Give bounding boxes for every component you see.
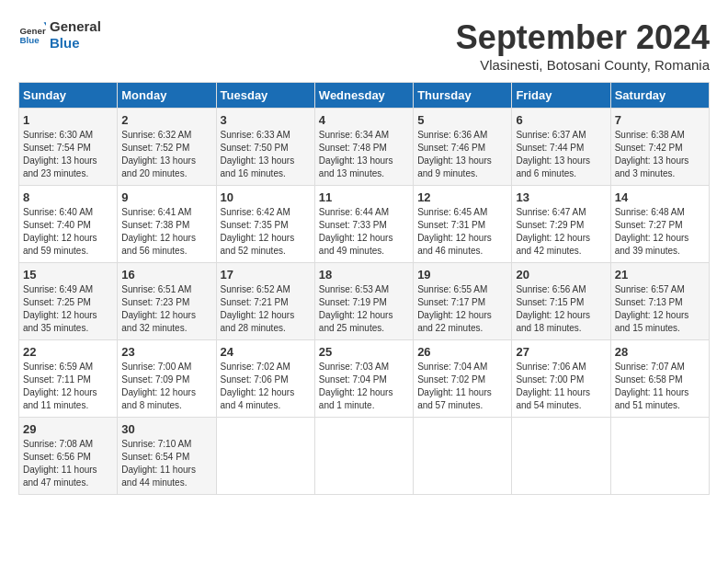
calendar-cell: 14Sunrise: 6:48 AMSunset: 7:27 PMDayligh… — [610, 186, 709, 263]
day-detail: Sunrise: 6:36 AMSunset: 7:46 PMDaylight:… — [417, 129, 507, 180]
calendar-week-4: 22Sunrise: 6:59 AMSunset: 7:11 PMDayligh… — [19, 340, 710, 418]
day-detail: Sunrise: 7:00 AMSunset: 7:09 PMDaylight:… — [121, 361, 211, 412]
day-number: 11 — [319, 190, 409, 204]
calendar-cell: 8Sunrise: 6:40 AMSunset: 7:40 PMDaylight… — [19, 186, 118, 263]
day-detail: Sunrise: 6:45 AMSunset: 7:31 PMDaylight:… — [417, 206, 507, 258]
day-detail: Sunrise: 6:56 AMSunset: 7:15 PMDaylight:… — [516, 283, 606, 335]
calendar-cell: 21Sunrise: 6:57 AMSunset: 7:13 PMDayligh… — [610, 263, 709, 340]
calendar-week-5: 29Sunrise: 7:08 AMSunset: 6:56 PMDayligh… — [19, 418, 710, 495]
logo-line1: General — [50, 18, 101, 35]
calendar-cell: 6Sunrise: 6:37 AMSunset: 7:44 PMDaylight… — [512, 109, 610, 186]
calendar-cell: 12Sunrise: 6:45 AMSunset: 7:31 PMDayligh… — [414, 186, 512, 263]
calendar-week-3: 15Sunrise: 6:49 AMSunset: 7:25 PMDayligh… — [19, 263, 710, 340]
calendar-cell: 16Sunrise: 6:51 AMSunset: 7:23 PMDayligh… — [118, 263, 216, 340]
day-number: 26 — [417, 345, 507, 359]
calendar-header-row: Sunday Monday Tuesday Wednesday Thursday… — [19, 83, 710, 109]
calendar-cell: 26Sunrise: 7:04 AMSunset: 7:02 PMDayligh… — [414, 340, 512, 418]
day-number: 20 — [516, 268, 606, 282]
day-number: 21 — [615, 268, 705, 282]
header-sunday: Sunday — [19, 83, 118, 109]
day-number: 13 — [516, 190, 606, 204]
day-detail: Sunrise: 6:53 AMSunset: 7:19 PMDaylight:… — [319, 283, 409, 335]
calendar-cell: 22Sunrise: 6:59 AMSunset: 7:11 PMDayligh… — [19, 340, 118, 418]
day-number: 19 — [417, 268, 507, 282]
calendar-cell — [414, 418, 512, 495]
header-thursday: Thursday — [414, 83, 512, 109]
day-number: 10 — [221, 190, 311, 204]
day-detail: Sunrise: 7:08 AMSunset: 6:56 PMDaylight:… — [23, 438, 113, 489]
calendar-cell: 3Sunrise: 6:33 AMSunset: 7:50 PMDaylight… — [216, 109, 314, 186]
day-number: 5 — [417, 113, 507, 127]
day-number: 9 — [121, 190, 211, 204]
calendar-cell: 18Sunrise: 6:53 AMSunset: 7:19 PMDayligh… — [314, 263, 413, 340]
calendar-cell — [512, 418, 610, 495]
calendar-week-1: 1Sunrise: 6:30 AMSunset: 7:54 PMDaylight… — [19, 109, 710, 186]
calendar-cell: 7Sunrise: 6:38 AMSunset: 7:42 PMDaylight… — [610, 109, 709, 186]
day-number: 28 — [615, 345, 705, 359]
day-number: 16 — [121, 268, 211, 282]
calendar-cell: 4Sunrise: 6:34 AMSunset: 7:48 PMDaylight… — [314, 109, 413, 186]
calendar-cell: 17Sunrise: 6:52 AMSunset: 7:21 PMDayligh… — [216, 263, 314, 340]
title-block: September 2024 Vlasinesti, Botosani Coun… — [456, 18, 710, 73]
calendar-cell: 10Sunrise: 6:42 AMSunset: 7:35 PMDayligh… — [216, 186, 314, 263]
day-detail: Sunrise: 7:03 AMSunset: 7:04 PMDaylight:… — [319, 361, 409, 412]
calendar-cell — [314, 418, 413, 495]
day-number: 30 — [121, 422, 211, 436]
day-detail: Sunrise: 6:51 AMSunset: 7:23 PMDaylight:… — [121, 283, 211, 335]
calendar-cell: 9Sunrise: 6:41 AMSunset: 7:38 PMDaylight… — [118, 186, 216, 263]
day-detail: Sunrise: 7:07 AMSunset: 6:58 PMDaylight:… — [615, 361, 705, 412]
calendar-cell — [610, 418, 709, 495]
header-tuesday: Tuesday — [216, 83, 314, 109]
header-monday: Monday — [118, 83, 216, 109]
day-number: 23 — [121, 345, 211, 359]
calendar-cell: 2Sunrise: 6:32 AMSunset: 7:52 PMDaylight… — [118, 109, 216, 186]
calendar-cell: 1Sunrise: 6:30 AMSunset: 7:54 PMDaylight… — [19, 109, 118, 186]
day-number: 29 — [23, 422, 113, 436]
calendar-table: Sunday Monday Tuesday Wednesday Thursday… — [18, 82, 710, 495]
day-number: 14 — [615, 190, 705, 204]
day-number: 22 — [23, 345, 113, 359]
month-title: September 2024 — [456, 18, 710, 57]
day-number: 4 — [319, 113, 409, 127]
day-detail: Sunrise: 6:52 AMSunset: 7:21 PMDaylight:… — [221, 283, 311, 335]
day-detail: Sunrise: 6:47 AMSunset: 7:29 PMDaylight:… — [516, 206, 606, 258]
day-number: 17 — [221, 268, 311, 282]
day-detail: Sunrise: 6:44 AMSunset: 7:33 PMDaylight:… — [319, 206, 409, 258]
header-wednesday: Wednesday — [314, 83, 413, 109]
day-detail: Sunrise: 6:49 AMSunset: 7:25 PMDaylight:… — [23, 283, 113, 335]
day-number: 2 — [121, 113, 211, 127]
day-detail: Sunrise: 6:57 AMSunset: 7:13 PMDaylight:… — [615, 283, 705, 335]
day-detail: Sunrise: 6:33 AMSunset: 7:50 PMDaylight:… — [221, 129, 311, 180]
day-number: 18 — [319, 268, 409, 282]
day-number: 8 — [23, 190, 113, 204]
day-detail: Sunrise: 6:42 AMSunset: 7:35 PMDaylight:… — [221, 206, 311, 258]
day-number: 27 — [516, 345, 606, 359]
day-number: 25 — [319, 345, 409, 359]
calendar-cell: 27Sunrise: 7:06 AMSunset: 7:00 PMDayligh… — [512, 340, 610, 418]
calendar-cell: 19Sunrise: 6:55 AMSunset: 7:17 PMDayligh… — [414, 263, 512, 340]
header-saturday: Saturday — [610, 83, 709, 109]
calendar-cell: 20Sunrise: 6:56 AMSunset: 7:15 PMDayligh… — [512, 263, 610, 340]
logo-icon: General Blue — [18, 21, 46, 49]
calendar-cell: 25Sunrise: 7:03 AMSunset: 7:04 PMDayligh… — [314, 340, 413, 418]
calendar-cell: 5Sunrise: 6:36 AMSunset: 7:46 PMDaylight… — [414, 109, 512, 186]
page-header: General Blue General Blue September 2024… — [18, 18, 710, 73]
header-friday: Friday — [512, 83, 610, 109]
calendar-week-2: 8Sunrise: 6:40 AMSunset: 7:40 PMDaylight… — [19, 186, 710, 263]
day-detail: Sunrise: 6:40 AMSunset: 7:40 PMDaylight:… — [23, 206, 113, 258]
day-detail: Sunrise: 6:34 AMSunset: 7:48 PMDaylight:… — [319, 129, 409, 180]
calendar-cell: 24Sunrise: 7:02 AMSunset: 7:06 PMDayligh… — [216, 340, 314, 418]
calendar-cell: 30Sunrise: 7:10 AMSunset: 6:54 PMDayligh… — [118, 418, 216, 495]
day-detail: Sunrise: 6:55 AMSunset: 7:17 PMDaylight:… — [417, 283, 507, 335]
day-number: 24 — [221, 345, 311, 359]
day-detail: Sunrise: 6:37 AMSunset: 7:44 PMDaylight:… — [516, 129, 606, 180]
day-number: 6 — [516, 113, 606, 127]
calendar-cell: 23Sunrise: 7:00 AMSunset: 7:09 PMDayligh… — [118, 340, 216, 418]
day-detail: Sunrise: 6:59 AMSunset: 7:11 PMDaylight:… — [23, 361, 113, 412]
day-detail: Sunrise: 7:10 AMSunset: 6:54 PMDaylight:… — [121, 438, 211, 489]
location: Vlasinesti, Botosani County, Romania — [456, 57, 710, 73]
svg-text:General: General — [20, 26, 47, 36]
svg-text:Blue: Blue — [20, 35, 40, 45]
day-number: 1 — [23, 113, 113, 127]
day-number: 3 — [221, 113, 311, 127]
